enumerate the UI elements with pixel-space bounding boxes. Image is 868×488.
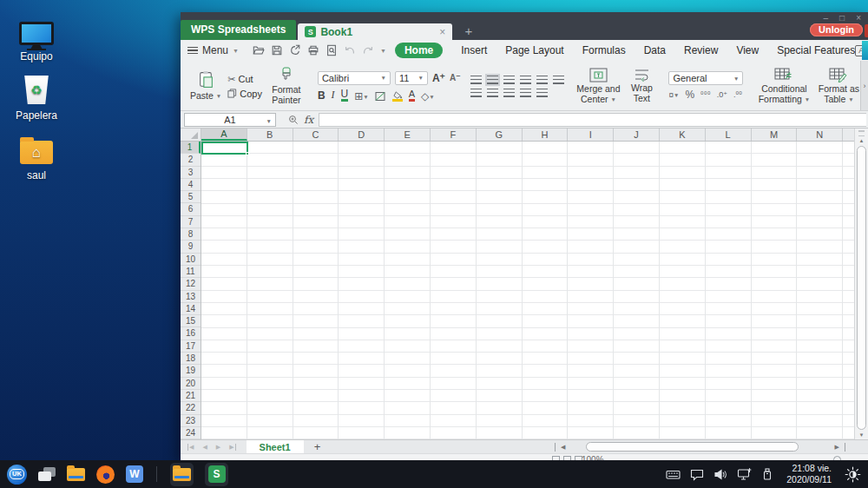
- column-header-g[interactable]: G: [477, 129, 523, 141]
- night-mode-icon[interactable]: [845, 466, 861, 483]
- new-tab-button[interactable]: +: [464, 23, 472, 40]
- column-header-f[interactable]: F: [431, 129, 477, 141]
- volume-icon[interactable]: [713, 468, 727, 481]
- desktop-icon-trash[interactable]: ♻ Papelera: [7, 73, 66, 122]
- firefox-icon[interactable]: [96, 465, 115, 484]
- usb-device-icon[interactable]: [761, 467, 773, 481]
- column-header-d[interactable]: D: [339, 129, 385, 141]
- show-desktop-icon[interactable]: [38, 467, 56, 481]
- open-file-manager-task[interactable]: [170, 463, 194, 486]
- redo-icon[interactable]: [362, 44, 374, 56]
- close-tab-icon[interactable]: ×: [439, 26, 445, 38]
- column-header-k[interactable]: K: [660, 129, 706, 141]
- row-header-2[interactable]: 2: [181, 154, 201, 166]
- unlogin-button[interactable]: Unlogin: [810, 23, 863, 36]
- row-header-9[interactable]: 9: [181, 241, 201, 253]
- print-preview-icon[interactable]: [326, 44, 338, 56]
- close-window-button[interactable]: ×: [856, 12, 861, 23]
- next-sheet-icon[interactable]: ▶: [216, 444, 220, 451]
- maximize-button[interactable]: □: [839, 12, 845, 23]
- scroll-down-icon[interactable]: ▼: [855, 431, 868, 439]
- wrap-text-button[interactable]: Wrap Text: [625, 68, 658, 104]
- align-center-icon[interactable]: [487, 89, 498, 97]
- row-header-14[interactable]: 14: [181, 303, 201, 315]
- desktop-icon-home-folder[interactable]: ⌂ saul: [7, 133, 66, 181]
- ribbon-tab-view[interactable]: View: [736, 44, 759, 56]
- export-pdf-icon[interactable]: [289, 44, 301, 56]
- text-orientation-icon[interactable]: [553, 76, 564, 84]
- row-header-6[interactable]: 6: [181, 203, 201, 215]
- add-sheet-button[interactable]: +: [314, 441, 321, 453]
- name-box[interactable]: A1 ▼: [184, 113, 276, 127]
- font-size-select[interactable]: 11▼: [395, 71, 428, 85]
- menu-button[interactable]: Menu ▼: [187, 44, 239, 56]
- bold-button[interactable]: B: [318, 89, 326, 102]
- desktop-icon-computer[interactable]: Equipo: [7, 14, 66, 63]
- row-header-7[interactable]: 7: [181, 216, 201, 228]
- format-painter-button[interactable]: Format Painter: [266, 66, 307, 106]
- font-color-button[interactable]: A: [409, 89, 415, 102]
- minimize-button[interactable]: –: [824, 12, 829, 23]
- sheet-tab-sheet1[interactable]: Sheet1: [247, 440, 304, 454]
- magnifier-icon[interactable]: [288, 115, 299, 125]
- split-handle[interactable]: [845, 443, 845, 452]
- copy-button[interactable]: Copy: [227, 89, 262, 99]
- print-icon[interactable]: [307, 44, 319, 56]
- row-header-22[interactable]: 22: [181, 402, 201, 414]
- horizontal-scroll-thumb[interactable]: [586, 442, 799, 452]
- insert-function-icon[interactable]: fx: [304, 114, 313, 126]
- format-as-table-button[interactable]: Format as Table ▼: [814, 68, 863, 105]
- notifications-icon[interactable]: [690, 468, 704, 481]
- currency-style-icon[interactable]: ¤▼: [668, 90, 679, 100]
- row-header-24[interactable]: 24: [181, 427, 201, 439]
- column-header-c[interactable]: C: [293, 129, 339, 141]
- ribbon-tab-insert[interactable]: Insert: [461, 44, 487, 56]
- taskbar-clock[interactable]: 21:08 vie. 2020/09/11: [786, 463, 832, 485]
- split-handle[interactable]: [858, 130, 865, 136]
- justify-icon[interactable]: [520, 89, 531, 97]
- row-header-21[interactable]: 21: [181, 390, 201, 402]
- underline-button[interactable]: U: [341, 89, 349, 102]
- row-header-5[interactable]: 5: [181, 191, 201, 203]
- ribbon-tab-data[interactable]: Data: [644, 44, 666, 56]
- row-header-8[interactable]: 8: [181, 228, 201, 241]
- column-header-j[interactable]: J: [614, 129, 660, 141]
- increase-indent-icon[interactable]: [536, 76, 548, 84]
- row-header-4[interactable]: 4: [181, 179, 201, 191]
- shading-button[interactable]: [375, 91, 386, 102]
- vertical-scroll-thumb[interactable]: [857, 146, 866, 430]
- ribbon-tab-special-features[interactable]: Special Features: [777, 44, 855, 56]
- ribbon-tab-review[interactable]: Review: [684, 44, 718, 56]
- borders-button[interactable]: ⊞▼: [354, 91, 369, 102]
- row-header-11[interactable]: 11: [181, 266, 201, 278]
- number-format-select[interactable]: General▼: [668, 71, 743, 85]
- decrease-indent-icon[interactable]: [520, 76, 531, 84]
- row-header-12[interactable]: 12: [181, 278, 201, 290]
- row-header-15[interactable]: 15: [181, 315, 201, 327]
- start-menu-button[interactable]: UK: [7, 465, 27, 485]
- distribute-icon[interactable]: [536, 89, 548, 97]
- scroll-up-icon[interactable]: ▲: [855, 136, 868, 145]
- row-header-20[interactable]: 20: [181, 378, 201, 390]
- wps-writer-icon[interactable]: W: [126, 465, 143, 483]
- row-header-1[interactable]: 1: [181, 142, 201, 154]
- decrease-decimal-icon[interactable]: .⁰⁰: [733, 90, 742, 99]
- column-header-e[interactable]: E: [385, 129, 431, 141]
- ribbon-tab-page-layout[interactable]: Page Layout: [505, 44, 563, 56]
- horizontal-scrollbar[interactable]: ◀ ▶: [555, 440, 845, 453]
- ribbon-expand-strip[interactable]: ›: [860, 61, 868, 110]
- row-header-13[interactable]: 13: [181, 291, 201, 303]
- cut-button[interactable]: ✂Cut: [227, 74, 262, 85]
- align-middle-icon[interactable]: [487, 76, 498, 84]
- increase-font-icon[interactable]: A⁺: [432, 72, 445, 84]
- network-icon[interactable]: [737, 467, 752, 481]
- conditional-formatting-button[interactable]: Conditional Formatting ▼: [753, 68, 814, 105]
- align-right-icon[interactable]: [503, 89, 515, 97]
- align-bottom-icon[interactable]: [503, 76, 515, 84]
- clear-format-button[interactable]: ◇▼: [421, 91, 435, 102]
- scroll-right-icon[interactable]: ▶: [835, 444, 839, 451]
- file-manager-icon[interactable]: [67, 468, 85, 481]
- document-tab[interactable]: S Book1 ×: [298, 23, 452, 40]
- formula-input[interactable]: [319, 113, 866, 127]
- save-icon[interactable]: [271, 44, 283, 56]
